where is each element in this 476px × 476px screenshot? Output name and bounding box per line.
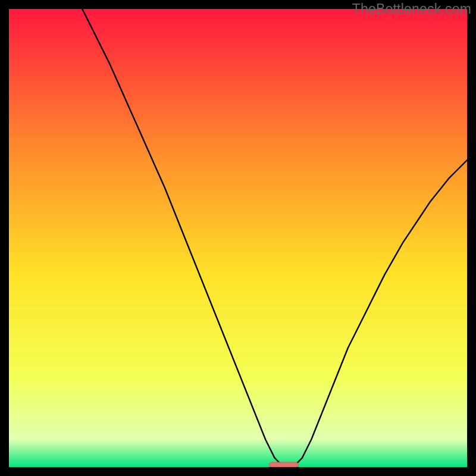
gradient-background (9, 9, 467, 467)
chart-frame: TheBottleneck.com (0, 0, 476, 476)
plot-area (9, 9, 467, 467)
optimal-marker (269, 462, 298, 467)
watermark-text: TheBottleneck.com (352, 1, 471, 17)
bottleneck-chart (9, 9, 467, 467)
